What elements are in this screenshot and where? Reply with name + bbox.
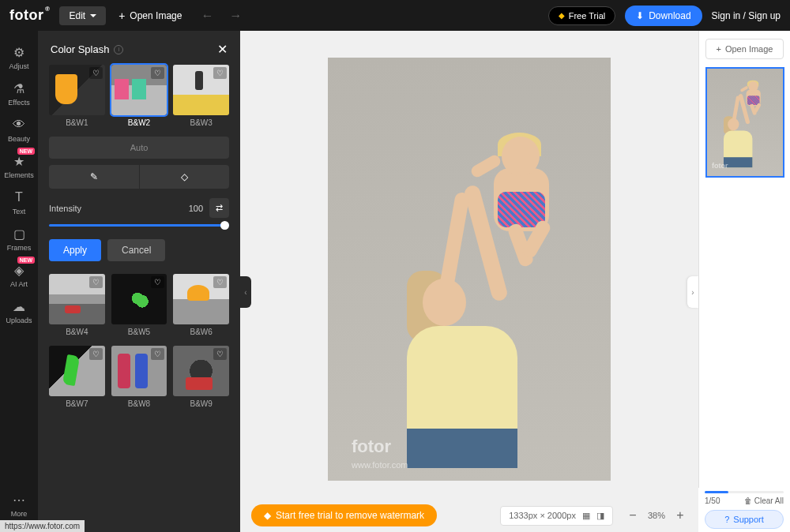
frames-icon: ▢ [13,227,25,241]
download-button[interactable]: ⬇Download [625,6,702,26]
ai-art-icon: ◈ [14,263,24,277]
elements-icon: ★ [13,154,24,168]
preset-bw6[interactable]: ♡B&W6 [173,274,229,336]
chevron-left-icon: ‹ [244,288,246,297]
cancel-button[interactable]: Cancel [107,239,165,261]
beauty-icon: 👁 [13,118,25,132]
heart-icon[interactable]: ♡ [151,67,164,79]
heart-icon[interactable]: ♡ [151,276,164,288]
tool-frames[interactable]: ▢Frames [2,222,36,257]
redo-button[interactable]: → [229,9,242,23]
brush-icon: ✎ [90,171,98,182]
right-bottom-bar: 1/50 🗑Clear All ?Support [698,488,790,532]
trash-icon: 🗑 [744,496,752,505]
preset-bw7[interactable]: ♡B&W7 [49,346,105,408]
tool-adjust[interactable]: ⚙Adjust [2,40,36,75]
preset-bw2[interactable]: ♡B&W2 [111,65,167,127]
close-icon[interactable]: ✕ [217,42,228,57]
diamond-icon: ◆ [264,510,271,521]
clear-all-button[interactable]: 🗑Clear All [744,496,784,505]
preset-bw9[interactable]: ♡B&W9 [173,346,229,408]
heart-icon[interactable]: ♡ [213,67,227,79]
heart-icon[interactable]: ♡ [213,276,227,288]
intensity-value: 100 [189,204,203,213]
heart-icon[interactable]: ♡ [89,276,103,288]
sign-up-link[interactable]: Sign up [748,10,781,21]
zoom-in-button[interactable]: + [673,508,687,523]
zoom-out-button[interactable]: − [626,508,640,523]
support-button[interactable]: ?Support [705,510,784,529]
zoom-value: 38% [648,511,665,520]
watermark: fotor [352,436,391,457]
compare-button[interactable]: ⇄ [209,198,229,218]
top-bar: fotor Edit +Open Image ← → ◆Free Trial ⬇… [0,0,790,31]
auto-button[interactable]: Auto [49,137,229,159]
intensity-slider[interactable] [49,224,229,227]
image-thumbnail[interactable]: fotor [705,67,784,178]
adjust-icon: ⚙ [13,45,24,59]
heart-icon[interactable]: ♡ [89,67,103,79]
bottom-bar: ◆Start free trial to remove watermark 13… [240,499,698,532]
brush-erase-button[interactable]: ◇ [140,165,230,189]
uploads-icon: ☁ [13,299,25,313]
effects-icon: ⚗ [13,81,24,96]
apply-button[interactable]: Apply [49,239,101,261]
sign-in-link[interactable]: Sign in [712,10,741,21]
plus-icon: + [717,44,721,54]
tool-effects[interactable]: ⚗Effects [2,77,36,111]
tool-more[interactable]: ⋯More [2,488,36,523]
status-bar-url: https://www.fotor.com [0,520,85,532]
tool-uploads[interactable]: ☁Uploads [2,294,36,329]
heart-icon[interactable]: ♡ [151,348,164,360]
edit-dropdown[interactable]: Edit [59,6,106,25]
thumbnail-scrollbar[interactable] [705,491,784,493]
undo-button[interactable]: ← [201,9,213,23]
heart-icon[interactable]: ♡ [213,348,227,360]
panel-title: Color Splash [51,43,109,55]
open-image-button[interactable]: +Open Image [118,9,182,22]
plus-icon: + [118,9,125,22]
diamond-icon: ◆ [559,11,565,20]
preset-bw5[interactable]: ♡B&W5 [111,274,167,336]
auth-links: Sign in / Sign up [712,10,781,21]
trial-banner[interactable]: ◆Start free trial to remove watermark [251,504,437,526]
canvas-area[interactable]: fotor www.fotor.com [240,31,698,532]
open-image-right-button[interactable]: +Open Image [705,39,784,59]
watermark-url: www.fotor.com [352,460,408,470]
free-trial-button[interactable]: ◆Free Trial [548,6,615,25]
dimensions-box[interactable]: 1333px × 2000px▦◨ [500,506,613,526]
preset-bw4[interactable]: ♡B&W4 [49,274,105,336]
effects-panel: Color Splash i ✕ ♡B&W1 ♡B&W2 ♡B&W3 Auto … [38,31,240,532]
panel-collapse-handle[interactable]: ‹ [240,276,251,308]
info-icon[interactable]: i [114,45,123,54]
download-icon: ⬇ [636,10,644,21]
chevron-down-icon [90,14,96,17]
chevron-right-icon: › [691,288,694,297]
page-total: /50 [709,496,720,505]
preset-bw3[interactable]: ♡B&W3 [173,65,229,127]
tool-elements[interactable]: NEW★Elements [2,149,36,184]
right-panel: +Open Image fotor [698,31,790,532]
preset-bw1[interactable]: ♡B&W1 [49,65,105,127]
right-expand-handle[interactable]: › [687,276,698,308]
more-icon: ⋯ [13,493,25,507]
logo: fotor [9,7,43,24]
left-toolbar: ⚙Adjust ⚗Effects 👁Beauty NEW★Elements TT… [0,31,38,532]
heart-icon[interactable]: ♡ [89,348,103,360]
tool-ai-art[interactable]: NEW◈AI Art [2,258,36,293]
canvas-image: fotor www.fotor.com [328,58,611,481]
compare-icon[interactable]: ◨ [596,511,604,521]
tool-text[interactable]: TText [2,185,36,220]
tool-beauty[interactable]: 👁Beauty [2,113,36,148]
preset-bw8[interactable]: ♡B&W8 [111,346,167,408]
eraser-icon: ◇ [181,171,188,182]
help-icon: ? [724,515,729,524]
text-icon: T [15,190,23,204]
image-icon: ▦ [582,511,590,521]
slider-thumb[interactable] [220,221,229,230]
brush-add-button[interactable]: ✎ [49,165,140,189]
intensity-label: Intensity [49,204,81,213]
